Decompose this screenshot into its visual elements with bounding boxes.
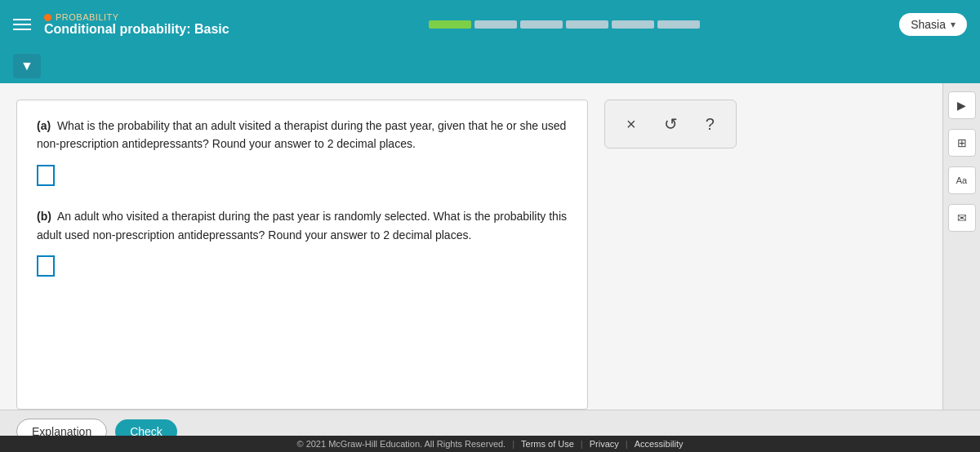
main-content: (a) What is the probability that an adul… — [0, 83, 980, 410]
mail-button[interactable]: ✉ — [948, 204, 976, 232]
footer: Explanation Check © 2021 McGraw-Hill Edu… — [0, 410, 980, 452]
question-part-b: (b) An adult who visited a therapist dur… — [37, 207, 568, 281]
header-category: PROBABILITY — [44, 12, 229, 22]
probability-dot — [44, 14, 51, 21]
subheader: ▼ — [0, 49, 980, 83]
progress-seg-1 — [429, 20, 471, 29]
accessibility-link[interactable]: Accessibility — [635, 439, 684, 449]
terms-link[interactable]: Terms of Use — [521, 439, 574, 449]
part-a-label: (a) — [37, 119, 51, 132]
part-b-input[interactable] — [37, 255, 55, 277]
progress-seg-2 — [474, 20, 517, 29]
right-sidebar: ▶ ⊞ Aa ✉ — [942, 83, 980, 410]
close-button[interactable]: × — [621, 112, 641, 137]
progress-bar — [429, 20, 700, 29]
progress-seg-4 — [566, 20, 608, 29]
progress-seg-5 — [612, 20, 654, 29]
answer-panel: × ↺ ? — [604, 100, 737, 410]
part-b-label: (b) — [37, 210, 51, 223]
text-icon: Aa — [956, 175, 967, 185]
category-label: PROBABILITY — [56, 12, 119, 22]
copyright-text: © 2021 McGraw-Hill Education. All Rights… — [296, 439, 506, 449]
question-box: (a) What is the probability that an adul… — [16, 100, 588, 410]
progress-seg-3 — [520, 20, 563, 29]
header: PROBABILITY Conditional probability: Bas… — [0, 0, 980, 49]
hamburger-menu-icon[interactable] — [13, 19, 31, 30]
user-name: Shasia — [911, 18, 946, 31]
footer-copyright: © 2021 McGraw-Hill Education. All Rights… — [0, 436, 980, 452]
chevron-icon: ▼ — [20, 59, 33, 73]
play-icon: ▶ — [957, 99, 966, 112]
table-icon: ⊞ — [957, 136, 967, 149]
part-a-question-text: What is the probability that an adult vi… — [37, 119, 566, 150]
part-b-question-text: An adult who visited a therapist during … — [37, 210, 567, 241]
progress-seg-6 — [657, 20, 700, 29]
collapse-button[interactable]: ▼ — [13, 54, 41, 78]
answer-controls: × ↺ ? — [604, 100, 737, 148]
help-button[interactable]: ? — [701, 112, 719, 137]
part-b-text: (b) An adult who visited a therapist dur… — [37, 207, 568, 244]
question-part-a: (a) What is the probability that an adul… — [37, 117, 568, 191]
header-title-block: PROBABILITY Conditional probability: Bas… — [44, 12, 229, 37]
mail-icon: ✉ — [957, 211, 967, 224]
user-dropdown[interactable]: Shasia ▾ — [899, 13, 967, 36]
progress-bar-container — [243, 20, 887, 29]
part-a-input[interactable] — [37, 165, 55, 186]
text-size-button[interactable]: Aa — [948, 166, 976, 194]
reset-button[interactable]: ↺ — [659, 111, 683, 137]
part-a-text: (a) What is the probability that an adul… — [37, 117, 568, 153]
privacy-link[interactable]: Privacy — [590, 439, 619, 449]
page-title: Conditional probability: Basic — [44, 22, 229, 37]
play-button[interactable]: ▶ — [948, 91, 976, 119]
chevron-down-icon: ▾ — [951, 19, 956, 30]
table-button[interactable]: ⊞ — [948, 129, 976, 157]
